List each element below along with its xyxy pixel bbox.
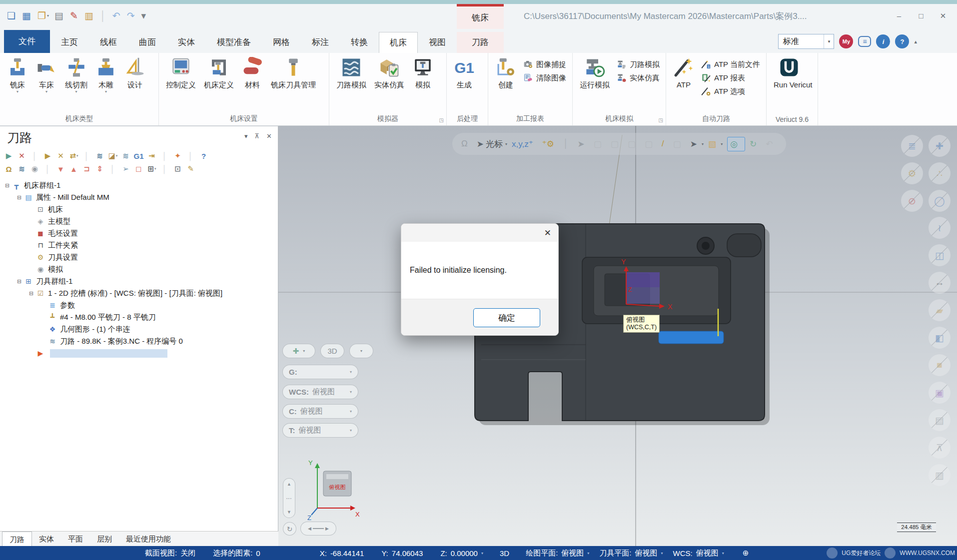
auto-cursor-icon[interactable]: ◎ <box>727 137 745 151</box>
pin-rail-icon[interactable]: ⊼ <box>929 437 951 459</box>
status-tplane[interactable]: 刀具平面: 俯视图 ▾ <box>599 549 663 558</box>
lathe-machine-button[interactable]: 车床 ▾ <box>32 55 61 96</box>
solid-vertex-select-icon[interactable]: ▢ <box>645 139 657 149</box>
tree-item[interactable]: ▶ <box>0 347 278 359</box>
tree-expander-icon[interactable]: ⊟ <box>3 182 11 189</box>
select-cursor-icon[interactable]: ➤ <box>578 139 589 149</box>
tab-toolpaths[interactable]: 刀路 <box>457 32 504 53</box>
solid-select-icon[interactable]: ▢ <box>673 139 686 149</box>
tree-expander-icon[interactable]: ⊟ <box>27 290 35 297</box>
tab-machine[interactable]: 机床 <box>379 32 418 53</box>
material-button[interactable]: 材料 <box>238 55 267 96</box>
post-generate-button[interactable]: 生成 <box>450 55 479 96</box>
feedback-icon[interactable]: ≡ <box>858 36 871 47</box>
shaded-cube-rail-icon[interactable]: ◧ <box>929 327 951 349</box>
tree-item[interactable]: ❖ 几何图形 - (1) 个串连 <box>0 323 278 335</box>
color-squares-rail-icon[interactable]: ▣ <box>929 382 951 404</box>
tree-item[interactable]: ≋ 刀路 - 89.8K - 案例3.NC - 程序编号 0 <box>0 335 278 347</box>
tree-item[interactable]: ◼ 毛坯设置 <box>0 227 278 239</box>
save-icon[interactable]: ▦ <box>22 9 32 23</box>
mill-machine-button[interactable]: 铣床 ▾ <box>3 55 32 96</box>
toolbar-divider[interactable]: │ <box>159 150 171 161</box>
invalidate-selected-icon[interactable]: ✕ <box>55 150 67 161</box>
tab-view[interactable]: 视图 <box>418 32 457 53</box>
mill-tool-manager-button[interactable]: 铣床刀具管理 <box>267 55 320 96</box>
xyz-entry-icon[interactable]: x,y,z⁺ <box>512 139 538 149</box>
edit-common-parameters-icon[interactable]: ✦ <box>172 150 184 161</box>
solid-edge-select-icon[interactable]: ▢ <box>628 139 640 149</box>
tree-expander-icon[interactable]: ⊟ <box>15 194 23 201</box>
stack-rail-icon[interactable]: ▤ <box>929 409 951 431</box>
rotate-view-button[interactable]: ↻ <box>283 522 296 536</box>
bottom-tab-toolpaths[interactable]: 刀路 <box>2 532 32 546</box>
display-options-icon[interactable]: ⊞ ▾ <box>146 163 158 174</box>
solid-body-select-icon[interactable]: ▢ <box>594 139 606 149</box>
machine-simulation-icon[interactable]: ⊡ <box>172 163 184 174</box>
customize-quick-access-icon[interactable]: ▾ <box>141 9 147 23</box>
lock-selection-icon[interactable]: Ω <box>461 139 472 149</box>
chevron-down-icon[interactable]: ▾ <box>350 409 352 414</box>
edit-document-icon[interactable]: ✎ <box>70 9 79 23</box>
tree-item[interactable]: ◈ 主模型 <box>0 215 278 227</box>
levels-rail-icon[interactable]: ≣ <box>901 135 923 157</box>
help-icon[interactable]: ? <box>198 150 210 161</box>
undo-icon[interactable]: ↶ <box>112 9 121 23</box>
tab-file[interactable]: 文件 <box>4 30 50 53</box>
panel-close-icon[interactable]: ✕ <box>266 132 272 140</box>
open-file-icon[interactable]: ❐ ▾ <box>37 9 49 23</box>
dialog-launcher-icon[interactable]: ◳ <box>439 117 444 123</box>
tab-wireframe[interactable]: 线框 <box>89 32 128 53</box>
combo-caret-icon[interactable]: ▾ <box>824 34 834 48</box>
minimize-button[interactable]: – <box>888 7 910 25</box>
wcs-pill[interactable]: WCS: 俯视图 ▾ <box>282 385 358 399</box>
gview-pill[interactable]: G: ▾ <box>282 365 358 379</box>
backplot-icon[interactable]: ≋ <box>94 150 106 161</box>
router-machine-button[interactable]: 木雕 ▾ <box>91 55 120 96</box>
tree-item[interactable]: ⊓ 工件夹紧 <box>0 239 278 251</box>
panel-menu-icon[interactable]: ▾ <box>244 132 248 140</box>
status-section-view[interactable]: 截面视图: 关闭 <box>145 549 199 558</box>
ghost-operations-icon[interactable]: ◉ <box>29 163 41 174</box>
tree-expander-icon[interactable]: ⊟ <box>15 278 23 285</box>
spline-rail-icon[interactable]: ≀ <box>929 217 951 239</box>
options-rail-icon[interactable]: ⚙ <box>901 162 923 184</box>
atp-options-button[interactable]: ATP 选项 <box>701 86 760 96</box>
collapse-ribbon-icon[interactable]: ▴ <box>914 38 917 45</box>
trim-toolpath-icon[interactable]: ➢ <box>120 163 132 174</box>
toolbar-divider[interactable]: │ <box>29 150 41 161</box>
atp-button[interactable]: ATP <box>669 55 698 96</box>
status-3d-mode[interactable]: 3D <box>496 549 513 558</box>
surface-rail-icon[interactable]: ▰ <box>929 299 951 321</box>
select-all-operations-icon[interactable]: ▶ <box>3 150 15 161</box>
tree-item[interactable]: ⊟ ☑ 1 - 2D 挖槽 (标准) - [WCS: 俯视图] - [刀具面: … <box>0 287 278 299</box>
solid-cube-rail-icon[interactable]: ■ <box>929 354 951 376</box>
tab-solids[interactable]: 实体 <box>167 32 206 53</box>
toolbar-divider[interactable]: │ <box>185 150 197 161</box>
tree-item[interactable]: ⊟ ▤ 属性 - Mill Default MM <box>0 191 278 203</box>
deselect-all-operations-icon[interactable]: ✕ <box>16 150 28 161</box>
chart-rail-icon[interactable]: ▥ <box>929 464 951 486</box>
tree-item[interactable]: ⊟ ⊞ 刀具群组-1 <box>0 275 278 287</box>
print-icon[interactable]: ▤ <box>54 9 64 23</box>
move-insert-down-icon[interactable]: ▼ <box>55 163 67 174</box>
status-z-coordinate[interactable]: Z: 0.00000 ▾ <box>440 549 483 558</box>
add-rail-icon[interactable]: ✚ <box>929 135 951 157</box>
3d-toggle-button[interactable]: 3D <box>320 344 344 358</box>
toggle-toolpath-display-icon[interactable]: ≋ <box>16 163 28 174</box>
gear-plus-icon[interactable]: ⁺⚙ <box>542 139 559 149</box>
regenerate-all-icon[interactable]: ⇄ ▾ <box>68 150 80 161</box>
gnomon-menu-button[interactable]: ▾ <box>349 344 373 358</box>
bar-divider[interactable]: │ <box>563 139 573 149</box>
post-g1-icon[interactable]: G1 <box>133 150 145 161</box>
bottom-tab-solids[interactable]: 实体 <box>32 532 61 546</box>
tab-surfaces[interactable]: 曲面 <box>128 32 167 53</box>
wire-machine-button[interactable]: 线切割 ▾ <box>61 55 91 96</box>
graphics-viewport[interactable]: X Y Z Ω ➤ 光标 ▾ x,y,z⁺ <box>278 126 957 546</box>
status-cplane[interactable]: 绘图平面: 俯视图 ▾ <box>526 549 589 558</box>
redo-icon[interactable]: ↷ <box>127 9 136 23</box>
dialog-close-icon[interactable]: ✕ <box>544 228 551 238</box>
window-select-icon[interactable]: ➤ ▾ <box>690 139 704 149</box>
simulator-options-icon[interactable]: ≋ <box>120 150 132 161</box>
circle-rail-icon[interactable]: ◯ <box>929 190 951 212</box>
design-button[interactable]: 设计 <box>120 55 149 96</box>
